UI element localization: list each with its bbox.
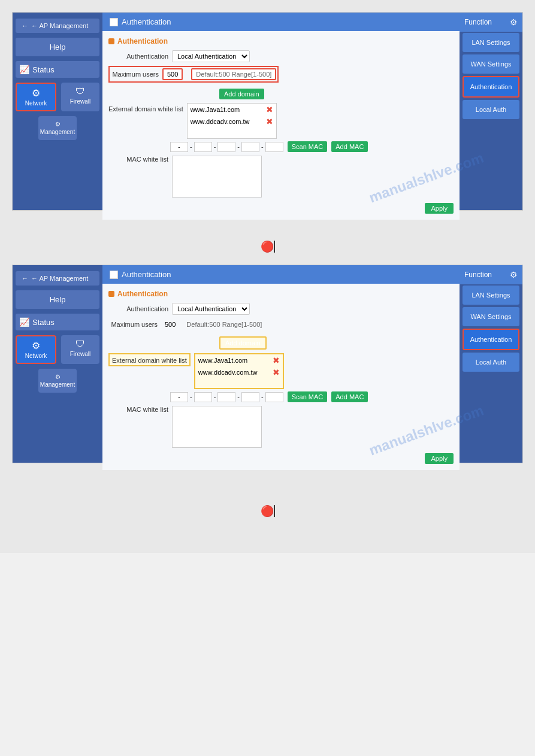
management-label-2: Management — [40, 381, 75, 388]
network-tile-2[interactable]: ⚙ Network — [16, 335, 56, 364]
mac-input-2d[interactable] — [241, 392, 259, 402]
mac-input-1c[interactable] — [217, 142, 235, 152]
firewall-label-1: Firewall — [70, 98, 90, 105]
mac-sep-2d: - — [261, 393, 264, 400]
mac-input-1b[interactable] — [194, 142, 212, 152]
ext-domain-row-1: External domain white list www.Java1t.co… — [108, 103, 454, 139]
wan-settings-item-2[interactable]: WAN Settings — [463, 307, 519, 326]
mac-sep-2a: - — [190, 393, 192, 400]
management-tile-2[interactable]: ⚙ Management — [38, 369, 77, 393]
status-icon-2: 📈 — [19, 317, 29, 327]
firewall-icon-1: 🛡 — [75, 86, 85, 97]
function-header-2: Function ⚙ — [460, 265, 522, 284]
add-domain-button-1[interactable]: Add domain — [219, 89, 264, 99]
domain-item-2: www.ddcadv.com.tw ✖ — [188, 116, 276, 127]
right-sidebar-2: Function ⚙ LAN Settings WAN Settings Aut… — [460, 265, 522, 463]
section-title-text-2: Authentication — [117, 290, 168, 298]
domain2-text-2: www.ddcadv.com.tw — [198, 369, 258, 376]
mac-input-2a[interactable] — [170, 392, 188, 402]
default-range-1: Default:500 Range[1-500] — [191, 68, 276, 80]
auth-select-2[interactable]: Local Authentication — [172, 303, 250, 315]
max-users-value-1: 500 — [162, 68, 183, 80]
mac-white-list-1 — [172, 156, 262, 198]
function-header-1: Function ⚙ — [460, 13, 522, 32]
delete-domain1-icon-2[interactable]: ✖ — [273, 356, 280, 365]
network-tile-1[interactable]: ⚙ Network — [16, 83, 56, 111]
screenshot-panel-1: ← ← AP Management Help 📈 Status ⚙ Networ… — [12, 12, 523, 211]
main-content-1: Authentication Authentication Authentica… — [102, 13, 460, 210]
help-button-2[interactable]: Help — [16, 290, 99, 309]
firewall-tile-2[interactable]: 🛡 Firewall — [61, 335, 99, 364]
max-users-value-2: 500 — [161, 320, 179, 329]
ap-management-button-1[interactable]: ← ← AP Management — [16, 19, 99, 33]
auth-label-2: Authentication — [108, 305, 168, 312]
mac-list-row-1: MAC white list — [108, 156, 454, 198]
mac-input-1e[interactable] — [265, 142, 283, 152]
ap-management-button-2[interactable]: ← ← AP Management — [16, 271, 99, 286]
mac-list-label-1: MAC white list — [108, 156, 168, 163]
add-mac-button-2[interactable]: Add MAC — [331, 391, 368, 402]
section-title-1: Authentication — [108, 37, 454, 45]
mac-sep-2c: - — [237, 393, 240, 400]
domain-item-p2-1: www.Java1t.com ✖ — [195, 354, 283, 366]
mac-input-1a[interactable] — [170, 142, 188, 152]
lan-settings-item-2[interactable]: LAN Settings — [463, 286, 519, 305]
domain-list-2: www.Java1t.com ✖ www.ddcadv.com.tw ✖ — [194, 353, 284, 389]
mac-list-label-2: MAC white list — [108, 406, 168, 413]
header-title-2: Authentication — [122, 270, 171, 279]
add-domain-row-1: Add domain — [219, 89, 454, 99]
management-icon-1: ⚙ — [55, 121, 61, 127]
cursor-icon-1: 🔴 — [261, 240, 274, 253]
header-checkbox-1[interactable] — [110, 18, 118, 26]
function-gear-icon-2: ⚙ — [510, 270, 518, 280]
auth-select-1[interactable]: Local Authentication — [172, 50, 250, 62]
local-auth-item-2[interactable]: Local Auth — [463, 353, 519, 372]
cursor-line-1 — [274, 241, 275, 253]
authentication-item-2[interactable]: Authentication — [463, 329, 519, 350]
icon-row-1: ⚙ Network 🛡 Firewall — [16, 83, 99, 111]
firewall-tile-1[interactable]: 🛡 Firewall — [61, 83, 99, 111]
header-checkbox-2[interactable] — [110, 271, 118, 279]
ext-domain-label-1: External domain white list — [108, 103, 183, 113]
domain2-text-1: www.ddcadv.com.tw — [191, 118, 250, 125]
ap-management-label-1: ← AP Management — [31, 22, 88, 29]
management-tile-1[interactable]: ⚙ Management — [38, 116, 77, 140]
authentication-item-1[interactable]: Authentication — [463, 76, 519, 98]
default-range-2: Default:500 Range[1-500] — [183, 320, 265, 329]
help-button-1[interactable]: Help — [16, 38, 99, 56]
status-icon-1: 📈 — [19, 65, 29, 74]
delete-domain1-icon-1[interactable]: ✖ — [266, 105, 273, 114]
add-mac-button-1[interactable]: Add MAC — [331, 141, 368, 152]
mac-input-row-1: - - - - Scan MAC Add MAC — [108, 141, 454, 152]
function-label-2: Function — [464, 271, 492, 279]
mac-input-2c[interactable] — [217, 392, 235, 402]
mac-sep-1d: - — [261, 143, 264, 150]
main-content-2: Authentication Authentication Authentica… — [102, 265, 460, 463]
header-title-1: Authentication — [122, 17, 171, 26]
status-label-2: Status — [32, 318, 55, 327]
delete-domain2-icon-2[interactable]: ✖ — [273, 368, 280, 377]
domain-item-1: www.Java1t.com ✖ — [188, 104, 276, 116]
max-users-row-2: Maximum users 500 Default:500 Range[1-50… — [108, 318, 267, 330]
mac-input-2e[interactable] — [265, 392, 283, 402]
cursor-line-2 — [274, 505, 275, 517]
delete-domain2-icon-1[interactable]: ✖ — [266, 117, 273, 126]
mac-input-1d[interactable] — [241, 142, 259, 152]
lan-settings-item-1[interactable]: LAN Settings — [463, 33, 519, 52]
scan-mac-button-2[interactable]: Scan MAC — [288, 391, 328, 402]
mac-sep-1a: - — [190, 143, 192, 150]
apply-button-1[interactable]: Apply — [425, 203, 454, 214]
section-title-2: Authentication — [108, 290, 454, 298]
auth-label-1: Authentication — [108, 53, 168, 60]
wan-settings-item-1[interactable]: WAN Settings — [463, 54, 519, 74]
scan-mac-button-1[interactable]: Scan MAC — [288, 141, 328, 152]
content-header-2: Authentication — [102, 265, 460, 284]
help-label-2: Help — [50, 295, 66, 304]
status-label-1: Status — [32, 65, 55, 74]
apply-button-2[interactable]: Apply — [425, 453, 454, 464]
add-domain-button-2[interactable]: Add domain — [219, 336, 267, 350]
local-auth-item-1[interactable]: Local Auth — [463, 100, 519, 119]
mac-sep-2b: - — [214, 393, 216, 400]
mac-input-2b[interactable] — [194, 392, 212, 402]
mac-sep-1c: - — [237, 143, 240, 150]
